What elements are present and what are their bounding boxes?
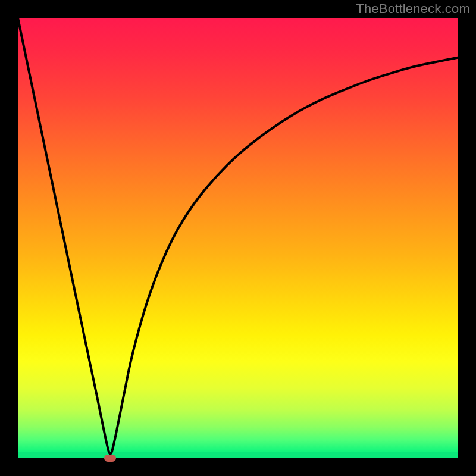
watermark-text: TheBottleneck.com [356, 1, 470, 17]
chart-frame: TheBottleneck.com [0, 0, 476, 476]
bottleneck-curve [18, 18, 458, 458]
optimal-point-marker [104, 455, 116, 462]
plot-area [18, 18, 458, 458]
